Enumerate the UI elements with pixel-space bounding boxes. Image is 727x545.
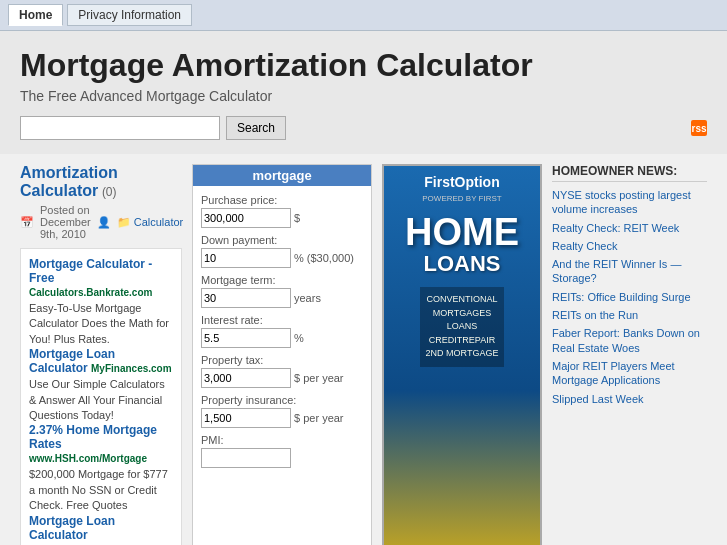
banner-loans: LOANS	[424, 251, 501, 277]
nav-tab-home[interactable]: Home	[8, 4, 63, 26]
sidebar-link-3[interactable]: And the REIT Winner Is — Storage?	[552, 257, 707, 286]
sidebar-link-5[interactable]: REITs on the Run	[552, 308, 707, 322]
ads-block: Mortgage Calculator -Free Calculators.Ba…	[20, 248, 182, 545]
sidebar-link-2[interactable]: Realty Check	[552, 239, 707, 253]
search-bar: Search rss	[20, 116, 707, 140]
sidebar-link-4[interactable]: REITs: Office Building Surge	[552, 290, 707, 304]
calendar-icon: 📅	[20, 216, 34, 229]
nav-bar: Home Privacy Information	[0, 0, 727, 31]
calc-row-4: Property tax: $ per year	[201, 354, 363, 388]
right-column: HOMEOWNER NEWS: NYSE stocks posting larg…	[552, 164, 707, 545]
sidebar-link-1[interactable]: Realty Check: REIT Week	[552, 221, 707, 235]
search-button[interactable]: Search	[226, 116, 286, 140]
nav-tab-privacy[interactable]: Privacy Information	[67, 4, 192, 26]
ad-text-0: Easy-To-Use Mortgage Calculator Does the…	[29, 301, 173, 347]
calc-row-0: Purchase price: $	[201, 194, 363, 228]
sidebar-link-6[interactable]: Faber Report: Banks Down on Real Estate …	[552, 326, 707, 355]
header-section: Mortgage Amortization Calculator The Fre…	[0, 31, 727, 154]
banner-logo-sub: POWERED BY FIRST	[422, 194, 501, 203]
ad-link-0[interactable]: Mortgage Calculator -Free Calculators.Ba…	[29, 257, 173, 299]
folder-icon: 📁	[117, 216, 131, 229]
calc-row-1: Down payment: % ($30,000)	[201, 234, 363, 268]
site-title: Mortgage Amortization Calculator	[20, 47, 707, 84]
page-title-section: Amortization Calculator (0) 📅 Posted on …	[20, 164, 182, 240]
main-container: Mortgage Amortization Calculator The Fre…	[0, 31, 727, 545]
search-input[interactable]	[20, 116, 220, 140]
banner-details: CONVENTIONAL MORTGAGES LOANS CREDITREPAI…	[420, 287, 505, 367]
category-link[interactable]: 📁 Calculator	[117, 216, 184, 229]
calc-row-6: PMI:	[201, 434, 363, 468]
rss-icon: rss	[691, 120, 707, 136]
site-subtitle: The Free Advanced Mortgage Calculator	[20, 88, 707, 104]
ad-text-2: $200,000 Mortgage for $777 a month No SS…	[29, 467, 173, 513]
banner-home: HOME	[405, 213, 519, 251]
ad-link-2[interactable]: 2.37% Home Mortgage Rates www.HSH.com/Mo…	[29, 423, 173, 465]
ad-link-1[interactable]: Mortgage Loan Calculator MyFinances.com	[29, 347, 173, 375]
user-icon: 👤	[97, 216, 111, 229]
calc-row-2: Mortgage term: years	[201, 274, 363, 308]
banner-logo: FirstOption	[424, 174, 499, 190]
calc-input-4[interactable]	[201, 368, 291, 388]
content-row: Amortization Calculator (0) 📅 Posted on …	[0, 154, 727, 545]
calc-header: mortgage	[193, 165, 371, 186]
sidebar-link-8[interactable]: Slipped Last Week	[552, 392, 707, 406]
left-column: Amortization Calculator (0) 📅 Posted on …	[20, 164, 182, 545]
post-count: (0)	[102, 185, 117, 199]
calc-input-0[interactable]	[201, 208, 291, 228]
calc-widget: mortgage Purchase price: $ Down payment:…	[192, 164, 372, 545]
post-meta: 📅 Posted on December 9th, 2010 👤 📁 Calcu…	[20, 204, 182, 240]
ad-text-1: Use Our Simple Calculators & Answer All …	[29, 377, 173, 423]
calc-row-5: Property insurance: $ per year	[201, 394, 363, 428]
calc-input-6[interactable]	[201, 448, 291, 468]
calc-input-2[interactable]	[201, 288, 291, 308]
calc-input-1[interactable]	[201, 248, 291, 268]
sidebar-link-0[interactable]: NYSE stocks posting largest volume incre…	[552, 188, 707, 217]
calc-input-5[interactable]	[201, 408, 291, 428]
sidebar-title: HOMEOWNER NEWS:	[552, 164, 707, 182]
calc-row-3: Interest rate: %	[201, 314, 363, 348]
banner-ad[interactable]: FirstOption POWERED BY FIRST HOME LOANS …	[382, 164, 542, 545]
calc-input-3[interactable]	[201, 328, 291, 348]
ad-link-3[interactable]: Mortgage Loan Calculator myhome.bankofam…	[29, 514, 173, 545]
sidebar-link-7[interactable]: Major REIT Players Meet Mortgage Applica…	[552, 359, 707, 388]
post-date: Posted on December 9th, 2010	[40, 204, 91, 240]
middle-section: mortgage Purchase price: $ Down payment:…	[192, 164, 542, 545]
